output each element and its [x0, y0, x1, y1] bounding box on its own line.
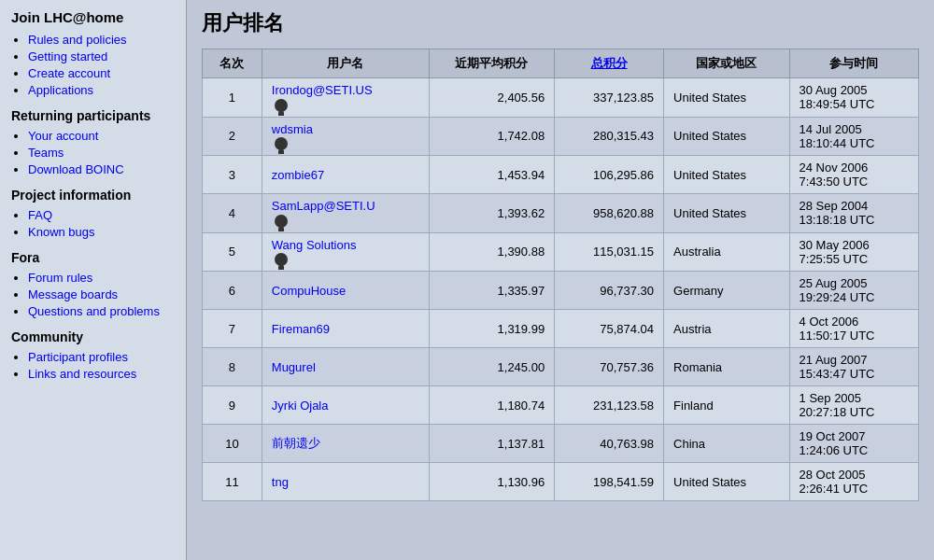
username-cell: Fireman69 — [262, 310, 429, 348]
country-cell: Finland — [664, 386, 790, 425]
rank-cell: 9 — [203, 386, 262, 425]
recent-avg-cell: 1,245.00 — [429, 348, 554, 386]
user-avatar-icon — [275, 215, 288, 228]
total-score-cell: 106,295.86 — [555, 156, 664, 194]
faq-link[interactable]: FAQ — [28, 208, 52, 222]
list-item: Participant profiles — [28, 350, 175, 364]
list-item: FAQ — [28, 208, 175, 222]
participant-profiles-link[interactable]: Participant profiles — [28, 350, 128, 364]
total-score-cell: 337,123.85 — [555, 78, 664, 118]
list-item: Message boards — [28, 287, 175, 301]
user-avatar-icon — [275, 99, 288, 112]
total-score-cell: 70,757.36 — [555, 348, 664, 386]
rules-link[interactable]: Rules and policies — [28, 33, 127, 47]
username-link[interactable]: 前朝遗少 — [272, 436, 320, 450]
list-item: Applications — [28, 83, 175, 97]
fora-title: Fora — [11, 250, 175, 265]
country-cell: United States — [664, 194, 790, 233]
username-link[interactable]: CompuHouse — [272, 284, 347, 298]
username-cell: tng — [262, 463, 429, 501]
list-item: Forum rules — [28, 271, 175, 285]
col-rank: 名次 — [203, 49, 262, 78]
username-link[interactable]: zombie67 — [272, 168, 324, 182]
links-resources-link[interactable]: Links and resources — [28, 367, 136, 381]
username-cell: Wang Solutions — [262, 232, 429, 272]
page-title: 用户排名 — [202, 9, 919, 37]
col-username: 用户名 — [262, 49, 429, 78]
username-link[interactable]: Irondog@SETI.US — [272, 83, 373, 97]
create-account-link[interactable]: Create account — [28, 66, 110, 80]
message-boards-link[interactable]: Message boards — [28, 287, 118, 301]
table-row: 3zombie671,453.94106,295.86United States… — [203, 156, 919, 194]
list-item: Questions and problems — [28, 304, 175, 318]
username-cell: CompuHouse — [262, 272, 429, 310]
rank-cell: 4 — [203, 194, 262, 233]
username-link[interactable]: Jyrki Ojala — [272, 399, 329, 413]
fora-list: Forum rules Message boards Questions and… — [11, 271, 175, 318]
username-link[interactable]: Fireman69 — [272, 322, 330, 336]
list-item: Getting started — [28, 49, 175, 63]
teams-link[interactable]: Teams — [28, 146, 64, 160]
project-info-title: Project information — [11, 188, 175, 203]
username-cell: wdsmia — [262, 117, 429, 156]
table-row: 9Jyrki Ojala1,180.74231,123.58Finland1 S… — [203, 386, 919, 425]
col-total-score: 总积分 — [555, 49, 664, 78]
col-date: 参与时间 — [789, 49, 918, 78]
questions-problems-link[interactable]: Questions and problems — [28, 304, 160, 318]
community-title: Community — [11, 329, 175, 344]
table-row: 1Irondog@SETI.US2,405.56337,123.85United… — [203, 78, 919, 118]
table-row: 2wdsmia1,742.08280,315.43United States14… — [203, 117, 919, 156]
getting-started-link[interactable]: Getting started — [28, 49, 107, 63]
date-cell: 19 Oct 20071:24:06 UTC — [789, 425, 918, 463]
table-row: 10前朝遗少1,137.8140,763.98China19 Oct 20071… — [203, 425, 919, 463]
download-boinc-link[interactable]: Download BOINC — [28, 162, 124, 176]
country-cell: United States — [664, 463, 790, 501]
recent-avg-cell: 1,393.62 — [429, 194, 554, 233]
recent-avg-cell: 1,137.81 — [429, 425, 554, 463]
user-avatar-icon — [275, 137, 288, 150]
total-score-cell: 198,541.59 — [555, 463, 664, 501]
col-country: 国家或地区 — [664, 49, 790, 78]
user-avatar-icon — [275, 253, 288, 266]
total-score-sort-link[interactable]: 总积分 — [591, 56, 628, 70]
username-link[interactable]: Mugurel — [272, 360, 316, 374]
total-score-cell: 75,874.04 — [555, 310, 664, 348]
date-cell: 30 Aug 200518:49:54 UTC — [789, 78, 918, 118]
your-account-link[interactable]: Your account — [28, 129, 98, 143]
rank-cell: 2 — [203, 117, 262, 156]
recent-avg-cell: 1,180.74 — [429, 386, 554, 425]
username-link[interactable]: tng — [272, 475, 289, 489]
site-title: Join LHC@home — [11, 9, 175, 25]
total-score-cell: 231,123.58 — [555, 386, 664, 425]
country-cell: Romania — [664, 348, 790, 386]
applications-link[interactable]: Applications — [28, 83, 93, 97]
date-cell: 28 Oct 20052:26:41 UTC — [789, 463, 918, 501]
known-bugs-link[interactable]: Known bugs — [28, 225, 95, 239]
col-recent-avg: 近期平均积分 — [429, 49, 554, 78]
recent-avg-cell: 2,405.56 — [429, 78, 554, 118]
rank-cell: 8 — [203, 348, 262, 386]
country-cell: United States — [664, 78, 790, 118]
date-cell: 28 Sep 200413:18:18 UTC — [789, 194, 918, 233]
username-link[interactable]: wdsmia — [272, 122, 313, 136]
country-cell: United States — [664, 156, 790, 194]
username-link[interactable]: SamLapp@SETI.U — [272, 199, 375, 213]
table-row: 5Wang Solutions1,390.88115,031.15Austral… — [203, 232, 919, 272]
recent-avg-cell: 1,742.08 — [429, 117, 554, 156]
total-score-cell: 96,737.30 — [555, 272, 664, 310]
date-cell: 1 Sep 200520:27:18 UTC — [789, 386, 918, 425]
country-cell: Australia — [664, 232, 790, 272]
table-row: 11tng1,130.96198,541.59United States28 O… — [203, 463, 919, 501]
username-cell: 前朝遗少 — [262, 425, 429, 463]
username-cell: zombie67 — [262, 156, 429, 194]
table-row: 8Mugurel1,245.0070,757.36Romania21 Aug 2… — [203, 348, 919, 386]
returning-participants-list: Your account Teams Download BOINC — [11, 129, 175, 176]
username-link[interactable]: Wang Solutions — [272, 238, 357, 252]
recent-avg-cell: 1,335.97 — [429, 272, 554, 310]
forum-rules-link[interactable]: Forum rules — [28, 271, 92, 285]
main-content: 用户排名 名次 用户名 近期平均积分 总积分 国家或地区 参与时间 1Irond… — [187, 0, 934, 560]
recent-avg-cell: 1,390.88 — [429, 232, 554, 272]
ranking-table: 名次 用户名 近期平均积分 总积分 国家或地区 参与时间 1Irondog@SE… — [202, 49, 919, 501]
list-item: Download BOINC — [28, 162, 175, 176]
new-participants-list: Rules and policies Getting started Creat… — [11, 33, 175, 97]
